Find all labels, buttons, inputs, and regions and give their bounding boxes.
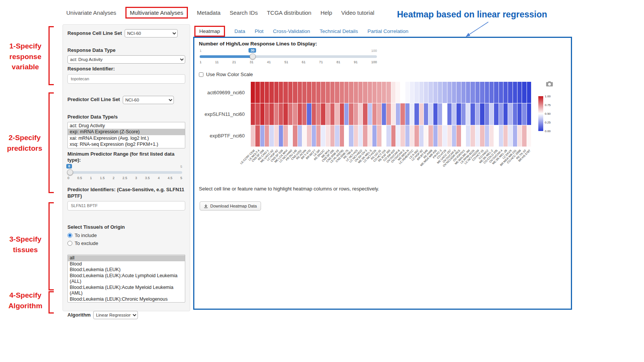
heatmap-cell[interactable] (255, 103, 259, 125)
heatmap-cell[interactable] (424, 125, 428, 147)
heatmap-cell[interactable] (354, 103, 358, 125)
heatmap-cell[interactable] (503, 82, 508, 103)
heatmap-cell[interactable] (307, 125, 311, 147)
heatmap-cell[interactable] (265, 82, 269, 103)
response-data-type-select[interactable]: act: Drug Activity (67, 55, 185, 64)
predictor-cell-line-set-select[interactable]: NCI-60 (123, 96, 174, 104)
tissue-include-radio-row[interactable]: To include (67, 232, 185, 238)
heatmap-cell[interactable] (260, 125, 264, 147)
heatmap-cell[interactable] (499, 103, 503, 125)
heatmap-cell[interactable] (260, 103, 264, 125)
heatmap-cell[interactable] (447, 82, 452, 103)
tissue-exclude-radio-row[interactable]: To exclude (67, 240, 185, 246)
heatmap-cell[interactable] (410, 125, 414, 147)
heatmap-cell[interactable] (372, 125, 377, 147)
heatmap-cell[interactable] (485, 82, 489, 103)
heatmap-cell[interactable] (349, 103, 353, 125)
tissue-exclude-radio[interactable] (67, 241, 72, 246)
heatmap-cell[interactable] (354, 125, 358, 147)
use-row-color-scale-row[interactable]: Use Row Color Scale (199, 72, 566, 77)
heatmap-cell[interactable] (475, 103, 480, 125)
heatmap-cell[interactable] (321, 125, 325, 147)
heatmap-cell[interactable] (386, 125, 391, 147)
heatmap-cell[interactable] (251, 125, 255, 147)
heatmap-cell[interactable] (283, 103, 288, 125)
heatmap-cell[interactable] (513, 103, 517, 125)
heatmap-cell[interactable] (517, 82, 522, 103)
nav-video-tutorial[interactable]: Video tutorial (341, 9, 374, 16)
heatmap-cell[interactable] (386, 82, 391, 103)
heatmap-cell[interactable] (340, 125, 344, 147)
min-predictor-range-slider[interactable]: 0 5 00.511.522.533.544.55 (67, 165, 182, 183)
heatmap-cell[interactable] (428, 103, 433, 125)
heatmap-cell[interactable] (283, 125, 288, 147)
heatmap-cell[interactable] (330, 82, 335, 103)
heatmap-cell[interactable] (326, 125, 330, 147)
heatmap-cell[interactable] (302, 125, 306, 147)
heatmap-cell[interactable] (438, 82, 442, 103)
heatmap-cell[interactable] (312, 82, 316, 103)
tissue-option[interactable]: Blood (68, 261, 185, 267)
predictor-data-type-option[interactable]: act: Drug Activity (68, 123, 185, 129)
heatmap-cell[interactable] (461, 103, 466, 125)
heatmap-cell[interactable] (508, 82, 512, 103)
heatmap-cell[interactable] (419, 103, 424, 125)
heatmap-cell[interactable] (391, 103, 395, 125)
heatmap-cell[interactable] (424, 82, 428, 103)
heatmap-cell[interactable] (307, 103, 311, 125)
heatmap-cell[interactable] (438, 103, 442, 125)
heatmap-cell[interactable] (442, 82, 447, 103)
heatmap-cell[interactable] (377, 103, 381, 125)
heatmap-cell[interactable] (447, 103, 452, 125)
heatmap-cell[interactable] (340, 82, 344, 103)
heatmap-cell[interactable] (508, 125, 512, 147)
heatmap-cell[interactable] (321, 82, 325, 103)
heatmap-cell[interactable] (251, 82, 255, 103)
heatmap-cell[interactable] (414, 103, 419, 125)
heatmap-cell[interactable] (316, 82, 320, 103)
heatmap-cell[interactable] (419, 82, 424, 103)
heatmap-cell[interactable] (428, 125, 433, 147)
heatmap-cell[interactable] (461, 82, 466, 103)
heatmap-cell[interactable] (494, 82, 498, 103)
heatmap-cell[interactable] (452, 82, 456, 103)
heatmap-cell[interactable] (522, 125, 526, 147)
heatmap-cell[interactable] (354, 82, 358, 103)
heatmap-cell[interactable] (368, 82, 372, 103)
predictor-data-type-option[interactable]: xai: mRNA Expression (Avg. log2 Int.) (68, 135, 185, 142)
heatmap-cell[interactable] (466, 82, 470, 103)
nav-metadata[interactable]: Metadata (197, 9, 221, 16)
response-identifier-input[interactable] (67, 74, 185, 84)
heatmap-cell[interactable] (363, 125, 367, 147)
heatmap-cell[interactable] (428, 82, 433, 103)
heatmap-cell[interactable] (396, 103, 400, 125)
heatmap-cell[interactable] (321, 103, 325, 125)
nav-univariate-analyses[interactable]: Univariate Analyses (66, 9, 116, 16)
heatmap-cell[interactable] (316, 103, 320, 125)
heatmap-cell[interactable] (456, 125, 461, 147)
heatmap-cell[interactable] (470, 82, 475, 103)
heatmap-cell[interactable] (279, 103, 283, 125)
tab-heatmap[interactable]: Heatmap (194, 26, 225, 37)
heatmap-cell[interactable] (377, 82, 381, 103)
heatmap-cell[interactable] (335, 103, 339, 125)
tab-data[interactable]: Data (234, 28, 245, 34)
heatmap-cell[interactable] (396, 125, 400, 147)
heatmap-cell[interactable] (340, 103, 344, 125)
heatmap-grid[interactable] (251, 82, 531, 147)
heatmap-cell[interactable] (382, 103, 386, 125)
heatmap-cell[interactable] (410, 103, 414, 125)
heatmap-cell[interactable] (312, 103, 316, 125)
heatmap-cell[interactable] (335, 82, 339, 103)
heatmap-cell[interactable] (475, 125, 480, 147)
heatmap-cell[interactable] (405, 125, 410, 147)
heatmap-cell[interactable] (269, 125, 274, 147)
heatmap-cell[interactable] (293, 125, 297, 147)
heatmap-cell[interactable] (274, 103, 278, 125)
tissue-include-radio[interactable] (67, 233, 72, 238)
heatmap-cell[interactable] (265, 103, 269, 125)
heatmap-row-label[interactable]: expSLFN11_nci60 (199, 103, 248, 125)
heatmap-cell[interactable] (485, 125, 489, 147)
heatmap-cell[interactable] (382, 82, 386, 103)
slider-thumb[interactable] (250, 53, 256, 59)
